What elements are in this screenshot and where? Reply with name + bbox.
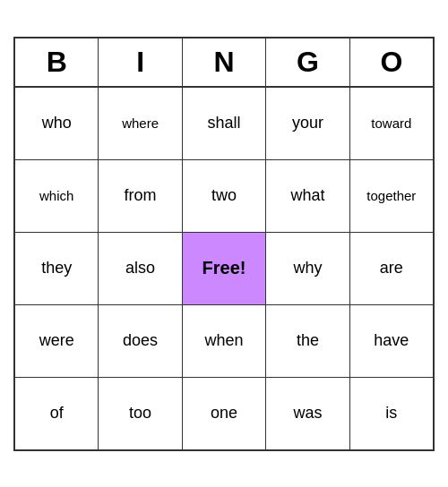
bingo-cell-4-0[interactable]: of	[15, 378, 99, 449]
bingo-cell-1-0[interactable]: which	[15, 160, 99, 232]
bingo-cell-1-2[interactable]: two	[183, 160, 266, 232]
bingo-header-cell-o: O	[350, 38, 433, 86]
bingo-cell-2-3[interactable]: why	[266, 233, 349, 304]
bingo-header-cell-g: G	[266, 38, 349, 86]
bingo-body: whowhereshallyourtowardwhichfromtwowhatt…	[15, 88, 433, 449]
bingo-cell-3-4[interactable]: have	[350, 305, 433, 377]
bingo-cell-4-3[interactable]: was	[266, 378, 349, 449]
bingo-cell-1-1[interactable]: from	[99, 160, 182, 232]
bingo-row-0: whowhereshallyourtoward	[15, 88, 433, 160]
bingo-cell-4-1[interactable]: too	[99, 378, 182, 449]
bingo-cell-2-4[interactable]: are	[350, 233, 433, 304]
bingo-row-3: weredoeswhenthehave	[15, 305, 433, 378]
bingo-row-2: theyalsoFree!whyare	[15, 233, 433, 305]
bingo-row-4: oftooonewasis	[15, 378, 433, 449]
bingo-cell-3-2[interactable]: when	[183, 305, 266, 377]
bingo-header: BINGO	[15, 38, 433, 88]
bingo-cell-1-3[interactable]: what	[266, 160, 349, 232]
bingo-row-1: whichfromtwowhattogether	[15, 160, 433, 233]
bingo-cell-0-0[interactable]: who	[15, 88, 99, 159]
bingo-cell-4-4[interactable]: is	[350, 378, 433, 449]
bingo-cell-0-2[interactable]: shall	[183, 88, 266, 159]
free-cell[interactable]: Free!	[183, 233, 266, 304]
bingo-cell-0-4[interactable]: toward	[350, 88, 433, 159]
bingo-cell-3-0[interactable]: were	[15, 305, 99, 377]
bingo-cell-2-0[interactable]: they	[15, 233, 99, 304]
bingo-cell-4-2[interactable]: one	[183, 378, 266, 449]
bingo-header-cell-n: N	[183, 38, 266, 86]
bingo-cell-0-3[interactable]: your	[266, 88, 349, 159]
bingo-header-cell-i: I	[99, 38, 182, 86]
bingo-cell-2-1[interactable]: also	[99, 233, 182, 304]
bingo-header-cell-b: B	[15, 38, 99, 86]
bingo-cell-1-4[interactable]: together	[350, 160, 433, 232]
bingo-card: BINGO whowhereshallyourtowardwhichfromtw…	[13, 37, 435, 451]
bingo-cell-3-3[interactable]: the	[266, 305, 349, 377]
bingo-cell-0-1[interactable]: where	[99, 88, 182, 159]
bingo-cell-3-1[interactable]: does	[99, 305, 182, 377]
